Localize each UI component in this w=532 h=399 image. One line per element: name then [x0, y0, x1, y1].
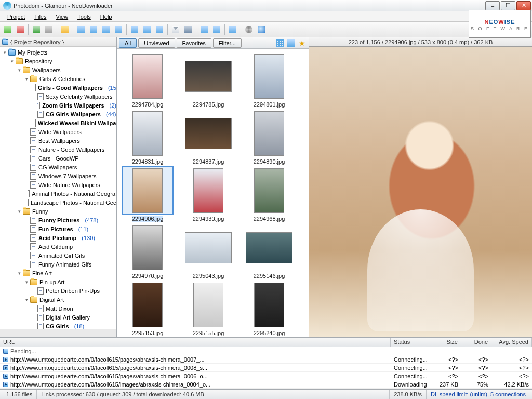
- filter-favorites[interactable]: Favorites: [177, 38, 211, 48]
- web-button[interactable]: [256, 24, 267, 35]
- col-status[interactable]: Status: [391, 338, 431, 347]
- favorite-button[interactable]: ★: [297, 38, 307, 48]
- col-done[interactable]: Done: [461, 338, 491, 347]
- tree-node[interactable]: ▾Funny: [1, 207, 116, 216]
- tree-node[interactable]: ▾Fine Art: [1, 269, 116, 277]
- menu-help[interactable]: Help: [96, 12, 116, 21]
- pic-4-button[interactable]: [113, 24, 124, 35]
- thumbnail[interactable]: 2294837.jpg: [179, 109, 238, 165]
- fullscreen-button[interactable]: [227, 24, 238, 35]
- preview-image[interactable]: [309, 47, 532, 337]
- layout-1-button[interactable]: [198, 24, 210, 35]
- tree-node[interactable]: ▸Nature - Good Wallpapers: [1, 145, 116, 154]
- menu-view[interactable]: View: [52, 12, 73, 21]
- tree-node[interactable]: ▸Landscape Photos - National Gec: [1, 198, 116, 207]
- tree-node[interactable]: ▸CG Girls Wallpapers(44): [1, 110, 116, 118]
- pic-6-button[interactable]: [141, 24, 153, 35]
- tree-node[interactable]: ▾Digital Art: [1, 295, 116, 304]
- minimize-button[interactable]: –: [485, 1, 500, 10]
- menu-tools[interactable]: Tools: [73, 12, 95, 21]
- start-button[interactable]: [31, 24, 42, 35]
- close-button[interactable]: ✕: [516, 1, 531, 10]
- tree-twist-icon[interactable]: ▾: [17, 271, 22, 276]
- thumbnail[interactable]: 2295155.jpg: [179, 281, 238, 336]
- menu-project[interactable]: Project: [3, 12, 29, 21]
- horizontal-scrollbar[interactable]: [0, 329, 116, 337]
- filter-unviewed[interactable]: Unviewed: [138, 38, 175, 48]
- col-speed[interactable]: Avg. Speed: [491, 338, 532, 347]
- pic-2-button[interactable]: [88, 24, 99, 35]
- tree-node[interactable]: ▸Matt Dixon: [1, 304, 116, 313]
- pic-5-button[interactable]: [129, 24, 140, 35]
- tree-node[interactable]: ▾Girls & Celebrities: [1, 74, 116, 83]
- settings-button[interactable]: [243, 24, 255, 35]
- tree-twist-icon[interactable]: ▾: [17, 209, 22, 214]
- thumbnail[interactable]: 2294906.jpg: [118, 166, 177, 222]
- download-row[interactable]: ▶http://www.umtoquedearte.com/0/facoll61…: [0, 355, 532, 364]
- tree-node[interactable]: ▸Sexy Celebrity Wallpapers: [1, 92, 116, 101]
- tree-node[interactable]: ▸Wicked Weasel Bikini Wallpa: [1, 118, 116, 127]
- status-limit[interactable]: DL speed limit: (unlim), 5 connections: [427, 390, 530, 399]
- tree-twist-icon[interactable]: ▾: [24, 280, 29, 285]
- col-size[interactable]: Size: [431, 338, 461, 347]
- tree-node[interactable]: ▸Funny Pictures(478): [1, 216, 116, 224]
- stop-button[interactable]: [43, 24, 55, 35]
- tree-twist-icon[interactable]: ▾: [17, 68, 22, 73]
- download-pending-row[interactable]: Pending...: [0, 347, 532, 355]
- tree-node[interactable]: ▸Digital Art Gallery: [1, 313, 116, 322]
- thumbnail[interactable]: 2295146.jpg: [240, 223, 299, 279]
- tree-node[interactable]: ▸Funny Animated Gifs: [1, 260, 116, 269]
- view-mode-button[interactable]: [275, 38, 285, 48]
- thumbnail[interactable]: 2294801.jpg: [240, 52, 299, 108]
- thumbnail[interactable]: 2295153.jpg: [118, 281, 177, 336]
- download-row[interactable]: ▶http://www.umtoquedearte.com/0/facoll61…: [0, 380, 532, 389]
- project-tree[interactable]: ▾My Projects▾Repository▾Wallpapers▾Girls…: [0, 47, 116, 329]
- tree-node[interactable]: ▾Repository: [1, 57, 116, 65]
- tree-node[interactable]: ▾My Projects: [1, 48, 116, 57]
- tree-twist-icon[interactable]: ▾: [9, 59, 15, 64]
- download-row[interactable]: ▶http://www.umtoquedearte.com/0/facoll61…: [0, 364, 532, 372]
- mail-button[interactable]: [170, 24, 181, 35]
- pic-7-button[interactable]: [154, 24, 165, 35]
- layout-2-button[interactable]: [211, 24, 222, 35]
- tree-node[interactable]: ▸Cars - GoodWP: [1, 154, 116, 163]
- thumbnail[interactable]: 2294831.jpg: [118, 109, 177, 165]
- tree-node[interactable]: ▾Pin-up Art: [1, 277, 116, 286]
- tree-node[interactable]: ▸Fun Pictures(11): [1, 224, 116, 233]
- tree-node[interactable]: ▸CG Wallpapers: [1, 163, 116, 171]
- tree-node[interactable]: ▸Wide Wallpapers: [1, 127, 116, 136]
- open-folder-button[interactable]: [59, 24, 71, 35]
- thumbnail[interactable]: 2294784.jpg: [118, 52, 177, 108]
- col-url[interactable]: URL: [0, 338, 391, 347]
- tree-node[interactable]: ▸Wide Nature Wallpapers: [1, 180, 116, 189]
- tree-node[interactable]: ▸Acid Picdump(130): [1, 233, 116, 242]
- remove-project-button[interactable]: [15, 24, 26, 35]
- menu-files[interactable]: Files: [30, 12, 50, 21]
- thumbnail[interactable]: 2294890.jpg: [240, 109, 299, 165]
- thumbnail[interactable]: 2294785.jpg: [179, 52, 238, 108]
- thumbnail-grid[interactable]: 2294784.jpg2294785.jpg2294801.jpg2294831…: [117, 49, 309, 337]
- tree-twist-icon[interactable]: ▾: [24, 297, 29, 302]
- pic-1-button[interactable]: [75, 24, 87, 35]
- tree-twist-icon[interactable]: ▾: [24, 76, 29, 82]
- tree-node[interactable]: ▾Wallpapers: [1, 65, 116, 74]
- add-project-button[interactable]: [2, 24, 14, 35]
- save-button[interactable]: [182, 24, 194, 35]
- thumbnail[interactable]: 2294930.jpg: [179, 166, 238, 222]
- tree-node[interactable]: ▸Animated Girl Gifs: [1, 251, 116, 260]
- maximize-button[interactable]: ☐: [501, 1, 515, 10]
- tree-node[interactable]: ▸Animal Photos - National Geogra: [1, 189, 116, 198]
- filter-all[interactable]: All: [119, 38, 137, 48]
- tree-node[interactable]: ▸CG Girls(18): [1, 322, 116, 329]
- filter-custom[interactable]: Filter...: [213, 38, 242, 48]
- sort-button[interactable]: [286, 38, 296, 48]
- thumbnail[interactable]: 2295043.jpg: [179, 223, 238, 279]
- tree-node[interactable]: ▸Girls - Good Wallpapers(15): [1, 83, 116, 92]
- thumbnail[interactable]: 2294968.jpg: [240, 166, 299, 222]
- tree-node[interactable]: ▸Acid Gifdump: [1, 242, 116, 251]
- tree-node[interactable]: ▸Windows 7 Wallpapers: [1, 171, 116, 180]
- download-row[interactable]: ▶http://www.umtoquedearte.com/0/facoll61…: [0, 372, 532, 380]
- tree-node[interactable]: ▸Best Wallpapers: [1, 136, 116, 145]
- pic-3-button[interactable]: [100, 24, 112, 35]
- thumbnail[interactable]: 2295240.jpg: [240, 281, 299, 336]
